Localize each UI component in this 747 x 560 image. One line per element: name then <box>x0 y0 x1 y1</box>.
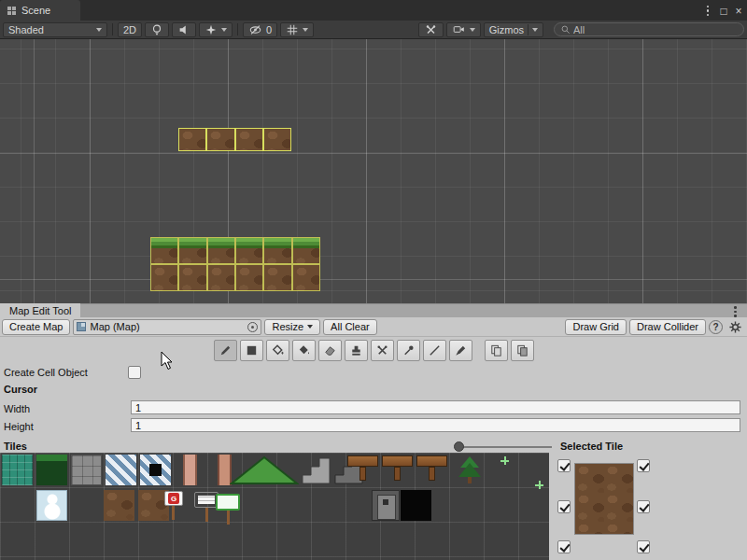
scene-tabbar: Scene □ × <box>0 0 747 21</box>
settings-button[interactable] <box>726 320 745 334</box>
selected-tile-preview <box>575 464 633 534</box>
create-cell-object-checkbox[interactable] <box>128 366 141 379</box>
map-tool-toolbar: Create Map Map (Map) Resize All Clear Dr… <box>0 317 747 337</box>
selected-tile-heading: Selected Tile <box>560 441 623 452</box>
palette-tile-black[interactable] <box>401 490 431 521</box>
chevron-down-icon <box>303 28 308 32</box>
camera-icon <box>452 23 466 35</box>
width-label: Width <box>4 403 30 414</box>
pencil-icon <box>218 343 233 357</box>
palette-tile-trunk[interactable] <box>175 455 205 485</box>
search-input[interactable] <box>573 24 713 35</box>
paint-bucket-tool-button[interactable] <box>266 340 289 361</box>
audio-toggle-button[interactable] <box>172 22 196 37</box>
help-button[interactable]: ? <box>709 320 723 334</box>
palette-zoom-slider-track[interactable] <box>455 446 552 448</box>
line-tool-button[interactable] <box>423 340 446 361</box>
shading-mode-label: Shaded <box>8 24 92 35</box>
palette-tile-plank[interactable] <box>382 455 413 467</box>
grid-icon <box>286 23 299 36</box>
dirt-tile <box>263 128 291 151</box>
palette-tile-stairs[interactable] <box>301 455 331 485</box>
placed-grass-block <box>150 237 320 291</box>
palette-tile-green-roof[interactable] <box>230 455 299 485</box>
gizmos-label: Gizmos <box>489 24 524 35</box>
tab-map-edit-tool[interactable]: Map Edit Tool <box>0 303 80 317</box>
eraser-tool-button[interactable] <box>318 340 342 361</box>
window-menu-button[interactable] <box>700 4 715 18</box>
stamp-icon <box>349 343 363 357</box>
shading-mode-dropdown[interactable]: Shaded <box>3 22 107 37</box>
palette-tile-teal-brick[interactable] <box>2 455 33 485</box>
collider-checkbox-mid-left[interactable] <box>557 500 571 513</box>
palette-tile-dark-grass[interactable] <box>36 455 67 485</box>
toolbar-separator <box>237 23 238 35</box>
gizmos-dropdown[interactable]: Gizmos <box>484 22 543 37</box>
collider-checkbox-top-right[interactable] <box>637 459 650 472</box>
create-map-button[interactable]: Create Map <box>2 319 70 335</box>
mouse-cursor <box>161 351 176 371</box>
stamp-tool-button[interactable] <box>345 340 368 361</box>
pencil-tool-button[interactable] <box>214 340 237 361</box>
height-input[interactable] <box>131 418 740 432</box>
brush-tool-button[interactable] <box>449 340 472 361</box>
camera-settings-dropdown[interactable] <box>446 22 481 37</box>
plus-marker <box>535 481 543 489</box>
kebab-menu-icon <box>707 6 710 17</box>
gear-icon <box>728 320 742 334</box>
palette-tile-snowman[interactable] <box>36 490 67 521</box>
resize-dropdown[interactable]: Resize <box>264 319 320 335</box>
copy-paste-alt-tool-button[interactable] <box>511 340 534 361</box>
map-object-field[interactable]: Map (Map) <box>73 319 261 335</box>
eyedropper-tool-button[interactable] <box>397 340 420 361</box>
all-clear-button[interactable]: All Clear <box>323 319 377 335</box>
tile-palette[interactable]: G <box>0 453 549 560</box>
repair-tool-button[interactable] <box>371 340 394 361</box>
paint-bucket-alt-tool-button[interactable] <box>292 340 316 361</box>
palette-tile-dirt[interactable] <box>104 490 134 521</box>
draw-grid-button[interactable]: Draw Grid <box>565 319 627 335</box>
scene-toolbar: Shaded 2D <box>0 21 747 39</box>
palette-tile-sign-green[interactable] <box>213 492 244 523</box>
grid-settings-dropdown[interactable] <box>280 22 314 37</box>
2d-toggle-button[interactable]: 2D <box>118 22 142 37</box>
tab-scene[interactable]: Scene <box>0 0 80 21</box>
palette-tile-door[interactable] <box>372 490 400 521</box>
draw-collider-button[interactable]: Draw Collider <box>629 319 706 335</box>
collider-checkbox-top-left[interactable] <box>557 459 571 472</box>
object-picker-icon[interactable] <box>247 322 258 332</box>
collider-checkbox-bottom-right[interactable] <box>637 540 650 553</box>
selected-tile-panel <box>549 453 747 560</box>
palette-tile-plank[interactable] <box>416 455 447 467</box>
copy-paste-tool-button[interactable] <box>485 340 508 361</box>
collider-checkbox-bottom-left[interactable] <box>557 540 571 553</box>
palette-tile-plank[interactable] <box>347 455 378 467</box>
kebab-menu-icon <box>734 306 737 317</box>
editor-tools-button[interactable] <box>418 22 444 37</box>
fill-rect-tool-button[interactable] <box>240 340 263 361</box>
sparkle-icon <box>204 23 218 36</box>
palette-tile-stone[interactable] <box>71 455 102 485</box>
plus-marker <box>500 456 509 465</box>
palette-tile-pine-tree[interactable] <box>457 455 483 485</box>
palette-zoom-slider-knob[interactable] <box>454 441 464 452</box>
tiles-heading: Tiles <box>4 441 27 452</box>
scene-canvas[interactable] <box>0 39 747 303</box>
button-divider <box>528 24 529 35</box>
collider-checkbox-mid-right[interactable] <box>637 500 650 513</box>
panel-menu-button[interactable] <box>734 306 737 317</box>
map-tool-tabstrip <box>0 303 747 317</box>
width-input[interactable] <box>131 400 740 414</box>
palette-tile-stripe[interactable] <box>106 455 136 485</box>
dirt-tile <box>263 264 291 291</box>
window-maximize-button[interactable]: □ <box>716 4 731 18</box>
window-close-button[interactable]: × <box>731 4 746 18</box>
scene-search-field[interactable] <box>554 22 744 36</box>
clipboard-copy-icon <box>489 343 503 357</box>
eraser-icon <box>323 343 337 357</box>
palette-tile-stripe-window[interactable] <box>140 455 171 485</box>
lighting-toggle-button[interactable] <box>145 22 169 37</box>
effects-dropdown-button[interactable] <box>199 22 233 37</box>
palette-tile-sign-logo[interactable]: G <box>159 490 190 521</box>
scene-visibility-button[interactable]: 0 <box>243 22 277 37</box>
